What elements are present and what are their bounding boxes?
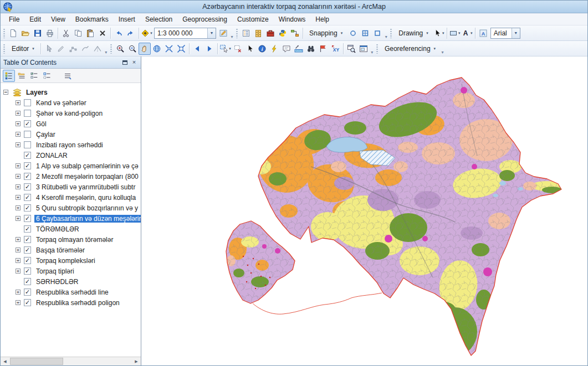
layer-item[interactable]: +✓1 Alp və subalp çəmənlərinin və çə: [1, 161, 141, 171]
scale-combo-value[interactable]: 1:3 000 000: [155, 29, 207, 37]
layer-label[interactable]: TÖRƏMƏLƏR: [34, 225, 81, 233]
layer-label[interactable]: Respublika sərhəddi line: [34, 288, 110, 296]
editor-arrow-button[interactable]: [43, 43, 55, 55]
map-canvas[interactable]: [141, 56, 588, 366]
toolbar-overflow-icon[interactable]: ▾: [384, 34, 388, 40]
layer-item[interactable]: +Inzibati rayon sərhəddi: [1, 140, 141, 150]
expand-icon[interactable]: +: [16, 121, 21, 126]
scroll-left-icon[interactable]: ◀: [1, 357, 9, 365]
toolbar-overflow-icon[interactable]: ▾: [229, 34, 234, 40]
layer-checkbox[interactable]: ✓: [24, 278, 31, 285]
find-button[interactable]: [305, 43, 317, 55]
identify-button[interactable]: i: [256, 43, 268, 55]
expand-icon[interactable]: +: [16, 184, 21, 189]
catalog-window-button[interactable]: [252, 27, 264, 39]
toc-header[interactable]: Table Of Contents ×: [1, 56, 141, 69]
layer-checkbox[interactable]: ✓: [24, 194, 31, 201]
layer-item[interactable]: +✓6 Çaybasarların və düzən meşələrin: [1, 213, 141, 224]
menu-windows[interactable]: Windows: [274, 14, 311, 25]
layer-checkbox[interactable]: ✓: [24, 120, 31, 127]
python-window-button[interactable]: [277, 27, 289, 39]
toolbar-overflow-icon[interactable]: ▾: [104, 50, 109, 56]
forward-extent-button[interactable]: [203, 43, 216, 55]
list-by-selection-button[interactable]: [41, 70, 53, 82]
layers-root-item[interactable]: −Layers: [1, 87, 141, 97]
open-folder-button[interactable]: [19, 27, 32, 39]
layer-item[interactable]: +✓3 Rütubətli və yarımrütubətli subtr: [1, 182, 141, 192]
expand-icon[interactable]: +: [16, 290, 21, 295]
expand-icon[interactable]: +: [16, 300, 21, 305]
new-document-button[interactable]: [7, 27, 19, 39]
combo-dropdown-icon[interactable]: ▼: [207, 28, 216, 38]
menu-insert[interactable]: Insert: [114, 14, 140, 25]
list-by-visibility-button[interactable]: [28, 70, 40, 82]
expand-icon[interactable]: +: [16, 269, 21, 274]
layer-label[interactable]: Inzibati rayon sərhəddi: [34, 141, 105, 149]
pan-button[interactable]: [139, 43, 151, 55]
cut-button[interactable]: [60, 27, 72, 39]
georeferencing-menu[interactable]: Georeferencing▾: [380, 43, 440, 55]
toolbar-grip[interactable]: [376, 44, 379, 54]
expand-icon[interactable]: +: [16, 248, 21, 252]
modelbuilder-button[interactable]: [289, 27, 301, 39]
text-tool-button[interactable]: A▾: [461, 27, 473, 39]
list-by-drawing-order-button[interactable]: [3, 70, 15, 82]
layer-checkbox[interactable]: ✓: [24, 225, 31, 233]
point-snapping-button[interactable]: [347, 27, 359, 39]
toc-pin-button[interactable]: [121, 59, 129, 66]
edit-toolbar-button[interactable]: [217, 27, 229, 39]
layers-root-label[interactable]: Layers: [24, 89, 49, 96]
go-to-xy-button[interactable]: XY: [329, 43, 341, 55]
layer-checkbox[interactable]: ✓: [24, 183, 31, 190]
layer-item[interactable]: +✓Respublika sərhəddi line: [1, 287, 141, 297]
layer-checkbox[interactable]: ✓: [24, 299, 31, 306]
layer-item[interactable]: +✓Torpaq kompleksləri: [1, 255, 141, 266]
toolbar-grip[interactable]: [236, 28, 238, 38]
font-combo-value[interactable]: Arial: [491, 29, 512, 37]
editor-menu[interactable]: Editor▾: [7, 43, 39, 55]
layer-checkbox[interactable]: ✓: [24, 162, 31, 169]
layer-checkbox[interactable]: ✓: [24, 246, 31, 254]
layer-item[interactable]: +✓Başqa törəmələr: [1, 245, 141, 255]
toc-close-button[interactable]: ×: [130, 59, 138, 66]
layer-label[interactable]: 2 Mezofil meşələrin torpaqları (800: [34, 173, 140, 181]
layer-label[interactable]: SƏRHƏDLƏR: [34, 278, 80, 286]
toolbar-grip[interactable]: [110, 44, 113, 54]
expand-icon[interactable]: +: [16, 237, 21, 242]
add-data-button[interactable]: ▾: [141, 27, 153, 39]
layer-label[interactable]: Kənd və şəhərlər: [34, 99, 88, 107]
arctoolbox-button[interactable]: [264, 27, 277, 39]
expand-icon[interactable]: +: [16, 111, 21, 116]
layer-item[interactable]: +✓Torpaq olmayan törəmələr: [1, 234, 141, 245]
layer-item[interactable]: +✓ZONALAR: [1, 150, 141, 161]
layer-checkbox[interactable]: ✓: [24, 288, 31, 296]
layer-checkbox[interactable]: [24, 99, 31, 106]
menu-file[interactable]: File: [4, 14, 24, 25]
layer-item[interactable]: +✓SƏRHƏDLƏR: [1, 276, 141, 287]
snapping-menu[interactable]: Snapping▾: [305, 27, 347, 39]
back-extent-button[interactable]: [191, 43, 203, 55]
expand-icon[interactable]: +: [16, 100, 21, 105]
delete-button[interactable]: [96, 27, 109, 39]
scroll-track[interactable]: [9, 357, 132, 365]
layer-checkbox[interactable]: [24, 110, 31, 117]
full-extent-button[interactable]: [151, 43, 163, 55]
layer-label[interactable]: Başqa törəmələr: [34, 246, 86, 254]
layer-item[interactable]: +Çaylar: [1, 129, 141, 140]
expand-icon[interactable]: +: [16, 258, 21, 263]
select-features-button[interactable]: ▾: [219, 43, 232, 55]
layer-label[interactable]: Torpaq tipləri: [34, 267, 76, 275]
hyperlink-button[interactable]: [268, 43, 280, 55]
layer-label[interactable]: 4 Kserofil meşələrin, quru kolluqla: [34, 194, 137, 202]
scroll-right-icon[interactable]: ▶: [132, 357, 141, 365]
expand-icon[interactable]: +: [16, 216, 21, 221]
redo-button[interactable]: [125, 27, 137, 39]
drawing-menu[interactable]: Drawing▾: [394, 27, 433, 39]
zoom-in-button[interactable]: [114, 43, 126, 55]
layer-label[interactable]: Respublika sərhəddi poligon: [34, 299, 121, 307]
layer-label[interactable]: Torpaq kompleksləri: [34, 257, 97, 265]
layer-checkbox[interactable]: ✓: [24, 215, 31, 222]
paste-button[interactable]: [84, 27, 96, 39]
menu-geoprocessing[interactable]: Geoprocessing: [177, 14, 232, 25]
edit-sketch-button[interactable]: [55, 43, 67, 55]
